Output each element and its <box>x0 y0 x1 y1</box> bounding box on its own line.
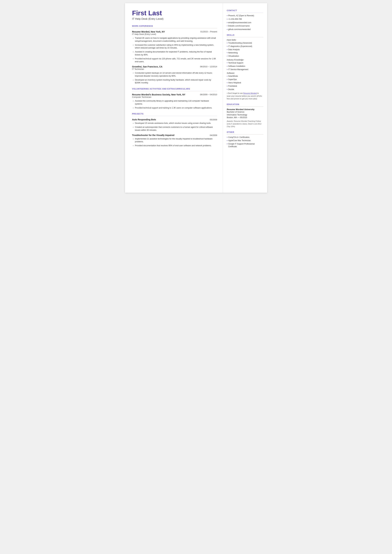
job-1-bullet-4: Provided technical support via 120 phone… <box>135 57 217 63</box>
project-2: Troubleshooter for the Visually Impaired… <box>132 134 217 147</box>
project-2-name: Troubleshooter for the Visually Impaired <box>132 134 175 136</box>
vol-1-bullet-1: Assisted the community library in upgrad… <box>135 99 217 105</box>
vol-1-title: Computer Technician <box>132 96 186 98</box>
skills-note: • Don't forget to use Resume Worded to s… <box>227 92 263 100</box>
hard-skills-label: Hard Skills: <box>227 39 263 41</box>
project-1-header: Auto Responding Bots 05/2009 <box>132 118 217 121</box>
job-2: Growthsi, San Francisco, CA IT Technicia… <box>132 65 217 84</box>
project-1-bullet-1: Developed 15 remote assistance bots, whi… <box>135 122 217 125</box>
other-divider <box>227 134 263 134</box>
project-1-name: Auto Responding Bots <box>132 118 156 121</box>
education-title: EDUCATION <box>227 103 263 105</box>
job-2-bullet-1: Conducted system backups on 14 servers a… <box>135 71 217 77</box>
job-1-header: Resume Worded, New York, NY IT Help Desk… <box>132 30 217 36</box>
edu-degree: Bachelor of Science <box>227 111 263 113</box>
vol-1-bullets: Assisted the community library in upgrad… <box>135 99 217 109</box>
skill-5: Virtualization <box>227 55 263 57</box>
job-1-bullet-1: Trained 2K users on how to navigate appl… <box>135 37 217 43</box>
edu-org: Resume Worded University <box>227 108 263 111</box>
software-skill-3: Atera Helpdesk <box>227 82 263 84</box>
vol-1: Resume Worded's Business Society, New Yo… <box>132 93 217 109</box>
job-1: Resume Worded, New York, NY IT Help Desk… <box>132 30 217 63</box>
other-item-2: AppleCare Mac Technician. <box>227 139 263 142</box>
other-item-3: Google IT Support Professional Certifica… <box>227 143 263 148</box>
job-2-bullet-2: Developed an inventory system tracking f… <box>135 78 217 84</box>
job-2-org: Growthsi, San Francisco, CA <box>132 65 162 68</box>
candidate-subtitle: IT Help Desk (Entry Level) <box>132 17 217 21</box>
contact-divider <box>227 13 263 13</box>
project-1-date: 05/2009 <box>210 119 217 121</box>
job-1-org: Resume Worded, New York, NY <box>132 30 165 33</box>
other-title: OTHER <box>227 131 263 133</box>
edu-field: Information Technology <box>227 113 263 116</box>
job-1-bullets: Trained 2K users on how to navigate appl… <box>135 37 217 63</box>
project-2-bullet-1: Implemented 21 assistive technologies fo… <box>135 137 217 143</box>
industry-skill-2: Software Installation <box>227 65 263 68</box>
software-skill-1: SolarWinds <box>227 75 263 77</box>
software-skill-5: Dezide <box>227 88 263 91</box>
left-column: First Last IT Help Desk (Entry Level) WO… <box>125 3 223 193</box>
skill-4: Networking <box>227 51 263 54</box>
industry-skill-3: IT Service Management <box>227 68 263 71</box>
project-1: Auto Responding Bots 05/2009 Developed 1… <box>132 118 217 132</box>
job-2-title: IT Technician <box>132 68 162 70</box>
vol-1-dates: 06/2009 – 04/2010 <box>200 93 217 96</box>
project-1-bullets: Developed 15 remote assistance bots, whi… <box>135 122 217 132</box>
software-skill-4: Freshdesk <box>227 85 263 87</box>
volunteering-title: VOLUNTEERING ACTIVITIES AND EXTRACURRICU… <box>132 88 217 90</box>
projects-divider <box>132 116 217 116</box>
job-1-bullet-3: Assisted in creating documentation for e… <box>135 50 217 56</box>
job-2-bullets: Conducted system backups on 14 servers a… <box>135 71 217 84</box>
project-2-header: Troubleshooter for the Visually Impaired… <box>132 134 217 136</box>
industry-skill-1: Technical Support <box>227 62 263 64</box>
skill-3: Data Analysis <box>227 48 263 51</box>
candidate-name: First Last <box>132 9 217 17</box>
other-item-1: CompTIA A+ Certification. <box>227 136 263 139</box>
software-skill-2: SuperOps <box>227 78 263 81</box>
work-experience-title: WORK EXPERIENCE <box>132 25 217 27</box>
contact-github: github.com/resumeworded <box>227 28 263 31</box>
job-1-bullet-2: Increased the customer satisfaction rati… <box>135 44 217 49</box>
project-1-bullet-2: Created an autoresponder that connects c… <box>135 126 217 132</box>
job-2-header: Growthsi, San Francisco, CA IT Technicia… <box>132 65 217 70</box>
skill-1: Troubleshooting (Advanced) <box>227 42 263 44</box>
edu-awards: Awards: Resume Worded Teaching Fellow (o… <box>227 120 263 128</box>
skills-title: SKILLS <box>227 34 263 36</box>
contact-linkedin: linkedin.com/in/username <box>227 25 263 27</box>
contact-email: email@resumeworded.com <box>227 21 263 24</box>
project-2-date: 04/2009 <box>210 134 217 136</box>
project-2-bullets: Implemented 21 assistive technologies fo… <box>135 137 217 147</box>
vol-1-org: Resume Worded's Business Society, New Yo… <box>132 93 186 96</box>
contact-title: CONTACT <box>227 9 263 12</box>
work-experience-divider <box>132 28 217 28</box>
right-column: CONTACT Phoenix, AZ (Open to Remote) +1-… <box>223 3 267 193</box>
edu-location: Boston, MA — 05/2010 <box>227 116 263 119</box>
contact-location: Phoenix, AZ (Open to Remote) <box>227 14 263 17</box>
education-divider <box>227 106 263 107</box>
vol-1-header: Resume Worded's Business Society, New Yo… <box>132 93 217 98</box>
contact-phone: +1-234-456-789 <box>227 18 263 21</box>
resume-page: First Last IT Help Desk (Entry Level) WO… <box>125 3 267 193</box>
resume-worded-link[interactable]: Resume Worded <box>243 92 257 94</box>
vol-1-bullet-2: Provided technical support and training … <box>135 106 217 109</box>
skill-2: IT diagnostics (Experienced) <box>227 45 263 48</box>
job-2-dates: 06/2010 – 12/2014 <box>200 65 217 68</box>
job-1-dates: 01/2015 – Present <box>200 30 217 33</box>
job-1-title: IT Help Desk (Entry Level) <box>132 33 165 35</box>
project-2-bullet-2: Provided documentation that resolves 95%… <box>135 144 217 147</box>
projects-title: PROJECTS <box>132 113 217 115</box>
industry-skills-label: Industry Knowledge: <box>227 59 263 61</box>
software-label: Software: <box>227 72 263 74</box>
